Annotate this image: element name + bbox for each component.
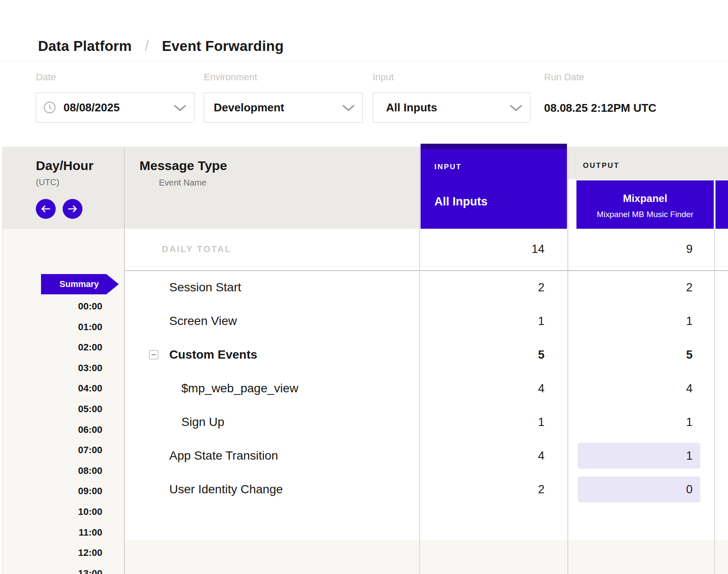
daily-total-divider (125, 270, 728, 271)
hour-row-label[interactable]: 12:00 (17, 546, 102, 559)
hour-row-label[interactable]: 09:00 (17, 485, 102, 498)
day-hour-timezone: (UTC) (36, 177, 59, 187)
arrow-left-icon (41, 205, 51, 213)
chevron-down-icon (510, 105, 522, 113)
row-input-value: 4 (538, 382, 544, 395)
column-divider (714, 229, 715, 574)
row-output-value: 1 (686, 415, 693, 429)
row-label: App State Transition (169, 449, 278, 463)
event-name-subheader: Event Name (159, 177, 206, 188)
environment-value: Development (214, 101, 284, 114)
row-output-value: 0 (686, 483, 693, 496)
row-input-value: 5 (538, 348, 544, 362)
output-column-header-mixpanel: Mixpanel Mixpanel MB Music Finder (576, 180, 714, 229)
column-divider (567, 147, 568, 574)
hour-row-label[interactable]: 00:00 (17, 300, 102, 313)
clock-icon (43, 101, 56, 114)
hour-row-label[interactable]: 06:00 (17, 423, 102, 436)
hour-row-label[interactable]: 05:00 (17, 403, 102, 416)
daily-total-label: DAILY TOTAL (162, 243, 231, 255)
run-date-value: 08.08.25 2:12PM UTC (544, 101, 656, 115)
message-type-header: Message Type (139, 159, 227, 173)
environment-select[interactable]: Development (204, 92, 363, 123)
row-input-value: 2 (538, 281, 544, 294)
output-column-name: Mixpanel (576, 192, 714, 205)
output-connection-name: Mixpanel MB Music Finder (576, 210, 714, 219)
hour-row-label[interactable]: 01:00 (17, 321, 102, 334)
output-group-label: OUTPUT (583, 161, 620, 170)
arrow-right-icon (67, 205, 78, 213)
day-hour-header: Day/Hour (36, 159, 93, 173)
hour-row-label[interactable]: 02:00 (17, 341, 102, 354)
daily-total-output-value: 9 (686, 242, 693, 256)
input-column-header: INPUT All Inputs (421, 144, 567, 229)
input-filter-label: Input (373, 72, 394, 83)
breadcrumb-section[interactable]: Data Platform (38, 38, 132, 54)
row-label: Sign Up (181, 415, 225, 429)
chevron-down-icon (342, 105, 355, 113)
page-title: Event Forwarding (162, 38, 284, 54)
row-label: $mp_web_page_view (181, 382, 298, 395)
row-label: Session Start (169, 281, 241, 294)
date-select[interactable]: 08/08/2025 (36, 92, 194, 123)
row-output-value: 4 (686, 382, 693, 395)
next-day-button[interactable] (63, 199, 82, 219)
hour-row-label[interactable]: 11:00 (17, 526, 102, 539)
row-output-value: 1 (686, 449, 693, 463)
empty-grid-area (125, 540, 728, 574)
row-label: Custom Events (169, 348, 257, 362)
hour-row-label[interactable]: 08:00 (17, 464, 102, 477)
collapse-custom-events-button[interactable] (149, 350, 158, 360)
breadcrumb-separator: / (145, 37, 149, 54)
hour-row-label[interactable]: 13:00 (17, 567, 102, 574)
daily-total-input-value: 14 (532, 242, 544, 256)
hour-row-label[interactable]: 07:00 (17, 444, 102, 457)
date-filter-label: Date (36, 72, 56, 83)
chevron-down-icon (174, 105, 186, 113)
row-label: Screen View (169, 314, 237, 328)
input-value: All Inputs (386, 101, 437, 114)
row-output-value: 1 (686, 314, 693, 328)
date-value: 08/08/2025 (63, 101, 120, 114)
hour-row-label[interactable]: 03:00 (17, 362, 102, 375)
summary-tab[interactable]: Summary (41, 274, 119, 294)
output-cell-highlight (578, 476, 700, 502)
breadcrumb: Data Platform / Event Forwarding (38, 37, 284, 54)
row-input-value: 2 (538, 483, 544, 496)
output-column-header-next (715, 180, 728, 229)
input-select[interactable]: All Inputs (373, 92, 530, 123)
hour-row-label[interactable]: 04:00 (17, 382, 102, 395)
output-cell-highlight (578, 443, 700, 469)
column-divider (124, 147, 125, 574)
topbar: Data Platform / Event Forwarding (0, 0, 728, 61)
environment-filter-label: Environment (204, 72, 257, 83)
row-output-value: 5 (686, 348, 693, 362)
row-label: User Identity Change (169, 483, 283, 496)
run-date-label: Run Date (544, 72, 584, 83)
input-column-name: All Inputs (434, 195, 487, 208)
event-forwarding-screen: Data Platform / Event Forwarding Date 08… (0, 0, 728, 574)
minus-icon (152, 354, 156, 355)
hour-row-label[interactable]: 10:00 (17, 505, 102, 518)
row-input-value: 1 (538, 415, 544, 429)
row-output-value: 2 (686, 281, 693, 294)
previous-day-button[interactable] (36, 199, 56, 219)
row-input-value: 1 (538, 314, 544, 328)
row-input-value: 4 (538, 449, 544, 463)
column-divider (419, 147, 420, 574)
input-group-label: INPUT (434, 163, 462, 171)
